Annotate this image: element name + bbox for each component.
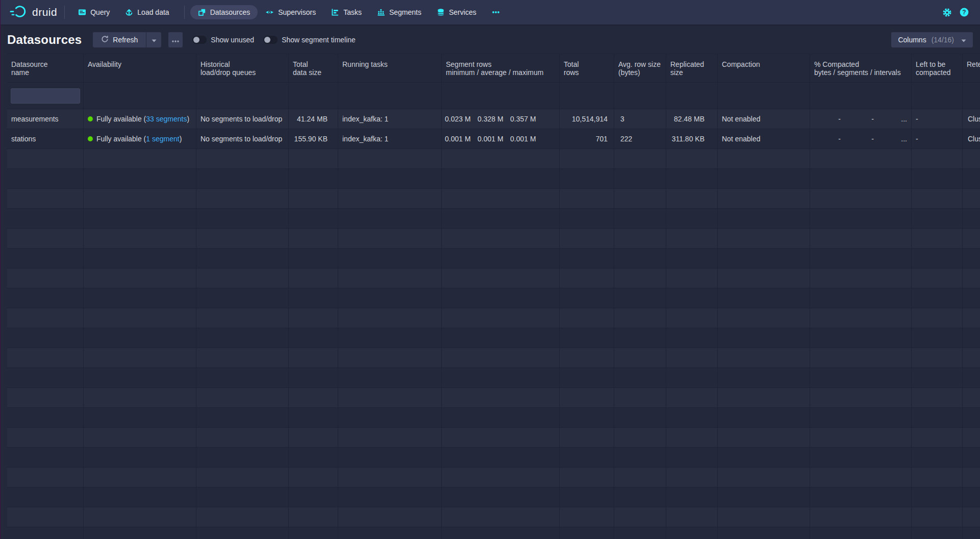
cell-replicated: 82.48 MB [666,109,718,129]
cell-availability [84,169,196,188]
cell-pct_compacted: --... [810,109,912,129]
nav-tab-more[interactable] [484,5,508,19]
filter-cell-segment_rows [442,83,560,109]
cell-compaction [718,507,810,527]
cell-compaction [718,189,810,208]
table-row-empty [7,527,980,539]
column-header-total_rows[interactable]: Totalrows [560,54,614,82]
column-header-avg_row_size[interactable]: Avg. row size(bytes) [614,54,666,82]
refresh-button[interactable]: Refresh [93,32,146,47]
cell-queues [196,189,289,208]
cell-compaction [718,229,810,248]
nav-tab-services[interactable]: Services [429,5,484,19]
nav-tab-supervisors[interactable]: Supervisors [258,5,323,19]
cell-retention [963,209,980,228]
column-header-availability[interactable]: Availability [84,54,196,82]
nav-tab-segments[interactable]: Segments [369,5,429,19]
filter-cell-avg_row_size [614,83,666,109]
cell-avg_row_size [614,428,666,447]
column-header-pct_compacted[interactable]: % Compactedbytes / segments / intervals [810,54,912,82]
cell-segment_rows [442,428,560,447]
cell-text: 82.48 MB [666,115,717,123]
cell-queues [196,368,289,387]
cell-avg_row_size [614,149,666,168]
cell-text: No segments to load/drop [196,135,288,143]
cell-queues: No segments to load/drop [196,129,289,149]
nav-tab-datasources[interactable]: Datasources [190,5,258,19]
cell-total_rows [560,169,614,188]
cell-total_rows: 10,514,914 [560,109,614,129]
columns-button[interactable]: Columns (14/16) [891,32,973,47]
cell-replicated [666,288,718,308]
nav-tab-load-data[interactable]: Load data [117,5,177,19]
datasource-name-filter-input[interactable] [11,88,80,104]
column-header-name[interactable]: Datasourcename [7,54,84,82]
nav-tab-tasks[interactable]: Tasks [323,5,369,19]
cell-avg_row_size [614,308,666,328]
cell-segment_rows [442,507,560,527]
column-header-size[interactable]: Totaldata size [289,54,338,82]
refresh-dropdown-button[interactable] [146,32,161,47]
cell-text: 155.90 KB [289,135,338,143]
show-unused-toggle[interactable]: Show unused [192,36,254,44]
cell-pct_compacted [810,169,912,188]
cell-replicated [666,468,718,487]
availability-text: Fully available ( [96,115,146,123]
segments-link[interactable]: 1 segment [146,135,179,143]
cell-queues [196,288,289,308]
cell-left_compacted [912,149,963,168]
refresh-icon [101,35,109,44]
more-icon [492,8,500,16]
cell-retention [963,268,980,288]
cell-queues [196,169,289,188]
cell-retention [963,169,980,188]
cell-retention [963,428,980,447]
druid-logo[interactable]: druid [9,5,57,20]
help-icon[interactable]: ? [960,8,969,17]
cell-availability [84,408,196,427]
status-dot-fully-available [88,116,93,121]
settings-gear-icon[interactable] [942,8,952,17]
cell-size [289,368,338,387]
cell-compaction [718,408,810,427]
cell-text: measurements [7,115,83,123]
cell-left_compacted [912,169,963,188]
table-row-stations: stationsFully available (1 segment)No se… [7,129,980,149]
triplet-value: 0.328 M [478,115,510,123]
column-header-tasks[interactable]: Running tasks [338,54,442,82]
cell-name [7,169,84,188]
cell-name [7,428,84,447]
cell-queues [196,209,289,228]
cell-segment_rows [442,308,560,328]
cell-text: 10,514,914 [560,115,614,123]
cell-text: Not enabled [718,115,810,123]
cell-retention [963,468,980,487]
nav-tab-query[interactable]: Query [70,5,117,19]
cell-replicated [666,368,718,387]
column-header-retention[interactable]: Retention [963,54,980,82]
table-row-empty [7,209,980,229]
availability-text: Fully available ( [96,135,146,143]
cell-availability [84,268,196,288]
column-header-compaction[interactable]: Compaction [718,54,810,82]
refresh-button-group: Refresh [93,32,161,47]
column-header-segment_rows[interactable]: Segment rowsminimum / average / maximum [442,54,560,82]
table-row-empty [7,288,980,308]
column-header-queues[interactable]: Historicalload/drop queues [196,54,289,82]
cell-name [7,468,84,487]
cell-tasks [338,249,442,268]
datasources-table: DatasourcenameAvailabilityHistoricalload… [7,54,980,539]
column-header-replicated[interactable]: Replicatedsize [666,54,718,82]
more-actions-button[interactable] [168,32,183,47]
column-header-left_compacted[interactable]: Left to becompacted [912,54,963,82]
cell-retention [963,348,980,368]
cell-tasks [338,328,442,348]
cell-retention [963,288,980,308]
segments-link[interactable]: 33 segments [146,115,187,123]
cell-retention [963,388,980,407]
cell-queues [196,468,289,487]
show-segment-timeline-toggle[interactable]: Show segment timeline [263,36,356,44]
cell-segment_rows [442,189,560,208]
triplet-value: 0.357 M [510,115,543,123]
cell-tasks [338,169,442,188]
